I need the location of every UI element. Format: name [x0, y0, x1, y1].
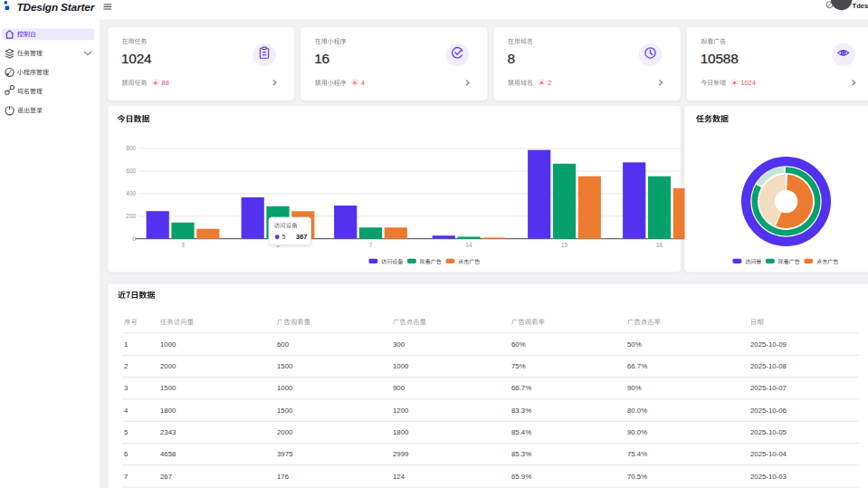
svg-text:8: 8 [508, 51, 515, 66]
svg-text:6: 6 [124, 450, 128, 458]
svg-text:85.3%: 85.3% [511, 450, 531, 458]
svg-text:2: 2 [548, 79, 551, 87]
svg-text:1: 1 [124, 340, 128, 349]
svg-text:124: 124 [393, 473, 405, 481]
svg-text:70.5%: 70.5% [627, 473, 647, 481]
svg-text:5: 5 [124, 428, 129, 436]
svg-text:4: 4 [124, 407, 129, 415]
svg-text:3975: 3975 [277, 450, 293, 458]
svg-text:1000: 1000 [160, 340, 176, 349]
svg-text:600: 600 [126, 167, 136, 174]
svg-text:4: 4 [361, 79, 365, 87]
svg-text:7: 7 [124, 473, 128, 481]
svg-text:90.0%: 90.0% [627, 428, 647, 436]
svg-text:66.7%: 66.7% [511, 384, 531, 392]
svg-text:600: 600 [277, 340, 290, 349]
svg-text:7: 7 [369, 242, 373, 248]
svg-text:10588: 10588 [701, 51, 739, 66]
svg-text:75%: 75% [511, 362, 526, 370]
svg-text:2025-10-04: 2025-10-04 [750, 450, 787, 458]
svg-text:3: 3 [124, 384, 128, 392]
svg-text:Tdesign: Tdesign [853, 2, 868, 10]
svg-text:50%: 50% [627, 340, 642, 349]
svg-text:90%: 90% [627, 384, 642, 392]
svg-text:TDesign Starter: TDesign Starter [17, 1, 96, 14]
svg-text:2025-10-09: 2025-10-09 [750, 340, 787, 349]
svg-text:83.3%: 83.3% [511, 407, 531, 415]
svg-text:200: 200 [126, 213, 136, 219]
svg-text:3: 3 [181, 242, 185, 248]
svg-text:16: 16 [314, 51, 329, 66]
svg-text:2000: 2000 [160, 362, 176, 370]
svg-text:2343: 2343 [160, 428, 176, 436]
svg-text:80.0%: 80.0% [627, 407, 647, 415]
svg-text:1500: 1500 [277, 362, 293, 370]
svg-text:800: 800 [126, 145, 136, 151]
svg-text:400: 400 [126, 190, 136, 196]
svg-text:1000: 1000 [393, 362, 409, 370]
svg-text:2025-10-06: 2025-10-06 [750, 407, 787, 415]
svg-text:1024: 1024 [121, 51, 152, 66]
svg-text:2999: 2999 [393, 450, 408, 458]
svg-text:2025-10-08: 2025-10-08 [750, 362, 787, 370]
svg-text:367: 367 [296, 233, 308, 241]
svg-text:2000: 2000 [277, 428, 293, 436]
svg-text:16: 16 [656, 242, 663, 248]
svg-text:4658: 4658 [160, 450, 176, 458]
svg-text:15: 15 [561, 242, 568, 248]
svg-text:60%: 60% [511, 340, 526, 349]
svg-text:2025-10-05: 2025-10-05 [750, 428, 787, 436]
svg-text:176: 176 [277, 473, 289, 481]
svg-text:75.4%: 75.4% [627, 450, 647, 458]
svg-text:1500: 1500 [160, 384, 176, 392]
svg-text:1024: 1024 [740, 79, 756, 87]
svg-text:2: 2 [124, 362, 128, 370]
svg-text:65.9%: 65.9% [511, 473, 531, 481]
svg-text:85.4%: 85.4% [511, 428, 531, 436]
svg-text:1800: 1800 [160, 407, 176, 415]
svg-text:14: 14 [465, 242, 472, 248]
svg-text:2025-10-03: 2025-10-03 [750, 473, 787, 481]
svg-text:1200: 1200 [393, 407, 409, 415]
svg-text:1500: 1500 [277, 407, 293, 415]
svg-text:5: 5 [282, 234, 286, 240]
svg-text:2025-10-07: 2025-10-07 [750, 384, 787, 392]
svg-text:267: 267 [160, 473, 172, 481]
svg-text:1800: 1800 [393, 428, 409, 436]
svg-text:66.7%: 66.7% [627, 362, 647, 370]
svg-text:300: 300 [393, 340, 405, 349]
svg-text:900: 900 [393, 384, 405, 392]
svg-text:88: 88 [162, 79, 169, 87]
svg-text:1000: 1000 [277, 384, 293, 392]
